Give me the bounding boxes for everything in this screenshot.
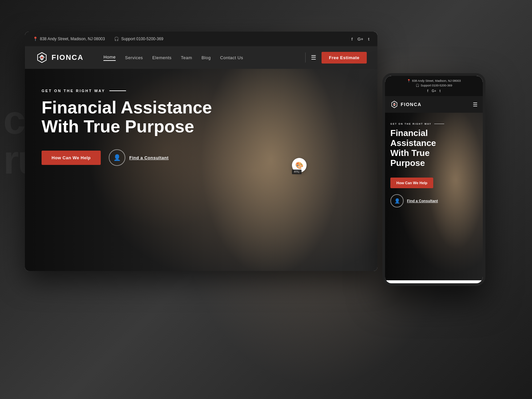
svg-point-1 — [394, 104, 395, 105]
logo-text: FIONCA — [52, 53, 83, 62]
mobile-how-can-we-help-button[interactable]: How Can We Help — [390, 178, 433, 188]
mobile-facebook-icon[interactable]: f — [427, 89, 428, 93]
nav-blog[interactable]: Blog — [201, 55, 211, 60]
topbar-left: 📍 838 Andy Street, Madison, NJ 08003 🎧 S… — [33, 37, 163, 41]
twitter-icon[interactable]: t — [368, 37, 369, 42]
topbar-social-links: f G+ t — [351, 37, 369, 42]
desktop-logo[interactable]: FIONCA — [36, 51, 83, 64]
desktop-mockup: 📍 838 Andy Street, Madison, NJ 08003 🎧 S… — [25, 32, 377, 271]
mobile-hero-tag-line — [434, 124, 444, 124]
nav-team[interactable]: Team — [181, 55, 192, 60]
mobile-mockup: 📍 838 Andy Street, Madison, NJ 08003 🎧 S… — [382, 73, 485, 286]
mobile-headphone-icon: 🎧 — [416, 84, 419, 87]
mobile-consultant-icon: 👤 — [390, 194, 404, 207]
mobile-logo-text: FIONCA — [401, 102, 422, 107]
mobile-hamburger-icon[interactable]: ☰ — [473, 101, 477, 108]
hero-actions: How Can We Help 👤 Find a Consultant — [42, 149, 311, 166]
mobile-hero-tag-text: GET ON THE RIGHT WAY — [390, 123, 432, 125]
mobile-support: 🎧 Support 0100-5200-369 — [390, 84, 478, 87]
hamburger-menu-icon[interactable]: ☰ — [311, 54, 316, 61]
nav-links: Home Services Elements Team Blog Contact… — [103, 55, 300, 61]
logo-icon — [36, 51, 48, 64]
mobile-social-links: f G+ t — [390, 89, 478, 93]
nav-contact[interactable]: Contact Us — [220, 55, 243, 60]
location-icon: 📍 — [33, 37, 38, 41]
mobile-hero-tag: GET ON THE RIGHT WAY — [390, 123, 477, 125]
mobile-hero-title: Financial Assistance With True Purpose — [390, 128, 477, 168]
nav-divider — [305, 53, 306, 63]
nav-elements[interactable]: Elements — [152, 55, 172, 60]
mobile-logo[interactable]: FIONCA — [390, 100, 422, 108]
nav-home[interactable]: Home — [103, 55, 116, 61]
consultant-label: Find a Consultant — [129, 155, 169, 160]
mobile-find-consultant-button[interactable]: 👤 Find a Consultant — [390, 194, 477, 207]
mobile-hero: GET ON THE RIGHT WAY Financial Assistanc… — [385, 113, 483, 280]
desktop-hero: GET ON THE RIGHT WAY Financial Assistanc… — [25, 69, 377, 271]
find-consultant-button[interactable]: 👤 Find a Consultant — [109, 149, 169, 166]
hero-tag-line — [109, 90, 126, 91]
support-item: 🎧 Support 0100-5200-369 — [114, 37, 163, 41]
mobile-navbar: FIONCA ☰ — [385, 96, 483, 113]
how-can-we-help-button[interactable]: How Can We Help — [42, 151, 101, 165]
mobile-topbar: 📍 838 Andy Street, Madison, NJ 08003 🎧 S… — [385, 76, 483, 96]
free-estimate-button[interactable]: Free Estimate — [322, 52, 367, 64]
mobile-location-icon: 📍 — [407, 79, 411, 82]
address-item: 📍 838 Andy Street, Madison, NJ 08003 — [33, 37, 105, 41]
address-text: 838 Andy Street, Madison, NJ 08003 — [40, 37, 105, 41]
support-text: Support 0100-5200-369 — [121, 37, 163, 41]
hero-title: Financial Assistance With True Purpose — [42, 98, 228, 136]
hero-tag: GET ON THE RIGHT WAY — [42, 89, 311, 93]
mobile-twitter-icon[interactable]: t — [440, 89, 441, 93]
hero-tag-text: GET ON THE RIGHT WAY — [42, 89, 105, 93]
mobile-address: 📍 838 Andy Street, Madison, NJ 08003 — [390, 79, 478, 82]
mobile-address-text: 838 Andy Street, Madison, NJ 08003 — [412, 79, 461, 82]
desktop-topbar: 📍 838 Andy Street, Madison, NJ 08003 🎧 S… — [25, 32, 377, 46]
desktop-navbar: FIONCA Home Services Elements Team Blog … — [25, 46, 377, 69]
headphone-icon: 🎧 — [114, 37, 119, 41]
svg-point-0 — [41, 57, 43, 59]
mobile-googleplus-icon[interactable]: G+ — [432, 89, 436, 93]
mobile-logo-icon — [390, 100, 398, 108]
rtl-badge: RTL — [292, 170, 302, 174]
facebook-icon[interactable]: f — [351, 37, 353, 42]
googleplus-icon[interactable]: G+ — [357, 37, 363, 42]
mobile-hero-content: GET ON THE RIGHT WAY Financial Assistanc… — [390, 123, 477, 207]
hero-content: GET ON THE RIGHT WAY Financial Assistanc… — [42, 89, 311, 166]
mobile-support-text: Support 0100-5200-369 — [421, 84, 452, 87]
mobile-consultant-label: Find a Consultant — [407, 199, 438, 203]
nav-services[interactable]: Services — [125, 55, 143, 60]
consultant-icon: 👤 — [109, 149, 125, 166]
